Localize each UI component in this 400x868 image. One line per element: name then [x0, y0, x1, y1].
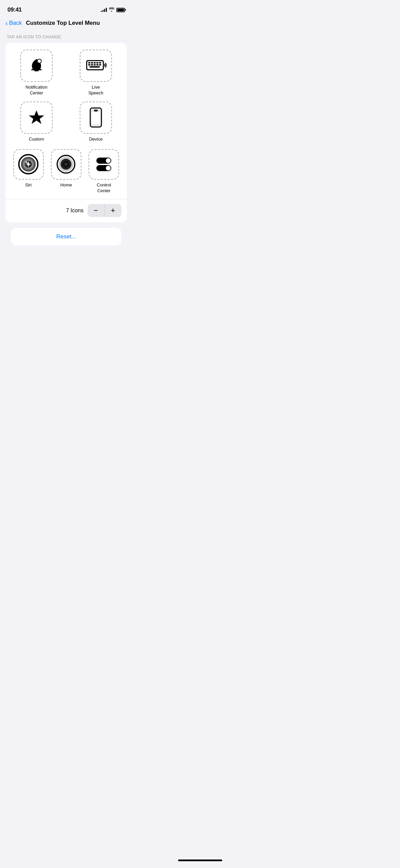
bottom-icon-grid: Siri Home	[11, 149, 121, 194]
counter-row: 7 Icons − +	[11, 199, 121, 217]
svg-point-31	[65, 163, 68, 166]
reset-card: Reset...	[11, 228, 121, 246]
icon-box-device	[80, 102, 112, 134]
icon-count: 7 Icons	[66, 207, 83, 214]
icon-count-stepper: − +	[88, 204, 121, 217]
icon-label-home: Home	[60, 182, 72, 188]
signal-icon	[101, 8, 107, 12]
svg-rect-20	[94, 110, 98, 111]
icon-item-live-speech[interactable]: LiveSpeech	[70, 50, 121, 96]
icon-box-custom	[20, 102, 53, 134]
back-chevron-icon: ‹	[5, 20, 8, 26]
icon-item-notification-center[interactable]: NotificationCenter	[11, 50, 62, 96]
svg-marker-17	[29, 110, 44, 124]
increment-button[interactable]: +	[104, 204, 121, 217]
decrement-button[interactable]: −	[88, 204, 104, 217]
svg-rect-16	[90, 66, 100, 68]
svg-point-1	[38, 59, 41, 63]
icons-card: NotificationCenter	[5, 43, 127, 222]
svg-rect-13	[94, 64, 96, 66]
icon-box-notification-center	[20, 50, 53, 82]
icon-item-control-center[interactable]: ControlCenter	[87, 149, 121, 194]
icon-item-custom[interactable]: Custom	[11, 102, 62, 142]
battery-icon	[116, 8, 125, 12]
svg-rect-11	[88, 64, 90, 66]
svg-rect-10	[99, 62, 101, 64]
svg-rect-6	[88, 62, 90, 64]
icon-label-live-speech: LiveSpeech	[88, 85, 103, 96]
device-icon	[88, 107, 103, 128]
icon-label-siri: Siri	[25, 182, 32, 188]
siri-icon	[17, 153, 39, 175]
reset-button[interactable]: Reset...	[11, 228, 121, 246]
svg-rect-14	[96, 64, 98, 66]
home-icon	[55, 153, 77, 175]
icon-label-device: Device	[89, 137, 103, 142]
icon-label-control-center: ControlCenter	[97, 182, 111, 194]
svg-rect-21	[92, 112, 100, 124]
main-content: TAP AN ICON TO CHANGE: NotificationCente…	[0, 31, 132, 252]
svg-point-33	[106, 158, 111, 163]
icon-label-notification-center: NotificationCenter	[25, 85, 47, 96]
svg-rect-3	[31, 69, 42, 70]
section-label: TAP AN ICON TO CHANGE:	[5, 35, 127, 39]
status-time: 09:41	[7, 6, 22, 13]
svg-rect-9	[96, 62, 98, 64]
icon-box-live-speech	[80, 50, 112, 82]
icon-item-device[interactable]: Device	[70, 102, 121, 142]
back-button[interactable]: ‹ Back	[5, 20, 22, 26]
custom-icon	[27, 108, 46, 127]
icon-label-custom: Custom	[29, 137, 44, 142]
svg-point-26	[25, 161, 27, 163]
wifi-icon	[109, 7, 114, 13]
page-title: Customize Top Level Menu	[26, 20, 100, 26]
svg-rect-12	[91, 64, 93, 66]
icon-box-siri	[13, 149, 44, 180]
top-icon-grid: NotificationCenter	[11, 50, 121, 142]
control-center-icon	[94, 154, 114, 175]
icon-item-siri[interactable]: Siri	[11, 149, 46, 194]
svg-rect-8	[94, 62, 96, 64]
back-label: Back	[9, 20, 22, 26]
icon-item-home[interactable]: Home	[49, 149, 83, 194]
svg-point-35	[106, 166, 111, 170]
notification-center-icon	[27, 56, 46, 75]
icon-box-home	[51, 149, 81, 180]
status-icons	[101, 7, 125, 13]
icon-box-control-center	[89, 149, 119, 180]
status-bar: 09:41	[0, 0, 132, 17]
nav-bar: ‹ Back Customize Top Level Menu	[0, 17, 132, 31]
svg-rect-7	[91, 62, 93, 64]
svg-rect-15	[99, 64, 101, 66]
live-speech-icon	[85, 57, 107, 74]
